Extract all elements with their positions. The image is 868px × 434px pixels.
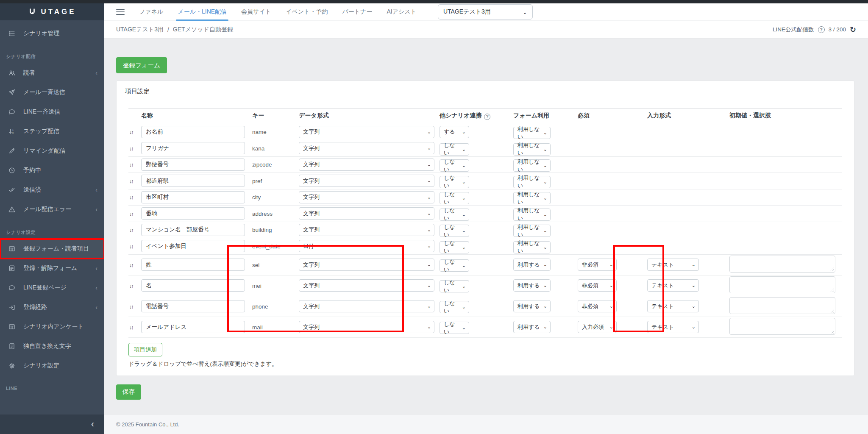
form-use-select[interactable]: 利用しない⌄: [513, 159, 551, 172]
sidebar-item[interactable]: 読者‹: [0, 63, 104, 83]
scenario-link-select[interactable]: しない⌄: [440, 259, 469, 272]
form-use-select[interactable]: 利用しない⌄: [513, 225, 551, 237]
resize-grip-icon[interactable]: [830, 267, 834, 271]
drag-handle-icon[interactable]: ↓↑: [128, 325, 133, 331]
top-nav-link[interactable]: メール・LINE配信: [178, 8, 227, 16]
form-use-select[interactable]: 利用しない⌄: [513, 127, 551, 139]
input-format-select[interactable]: テキスト⌄: [647, 259, 699, 271]
sidebar-item[interactable]: リマインダ配信: [0, 141, 104, 161]
data-format-select[interactable]: 文字列⌄: [299, 321, 434, 333]
form-use-select[interactable]: 利用する⌄: [513, 259, 551, 271]
input-format-select[interactable]: テキスト⌄: [647, 279, 699, 292]
sidebar-item[interactable]: 独自置き換え文字: [0, 337, 104, 356]
breadcrumb-item[interactable]: UTAGEテスト3用: [116, 26, 164, 33]
item-name-input[interactable]: [141, 279, 245, 292]
scenario-link-select[interactable]: しない⌄: [440, 209, 469, 221]
drag-handle-icon[interactable]: ↓↑: [128, 304, 133, 310]
item-name-input[interactable]: [141, 175, 245, 187]
sidebar-item[interactable]: メール配信エラー‹: [0, 200, 104, 219]
required-select[interactable]: 非必須⌄: [578, 279, 617, 292]
drag-handle-icon[interactable]: ↓↑: [128, 244, 133, 250]
sidebar-item[interactable]: 登録フォーム・読者項目: [0, 239, 104, 259]
item-name-input[interactable]: [141, 191, 245, 203]
top-nav-link[interactable]: イベント・予約: [286, 8, 328, 16]
default-value-textarea[interactable]: [729, 297, 835, 314]
form-use-select[interactable]: 利用しない⌄: [513, 176, 551, 188]
help-icon[interactable]: ?: [818, 26, 825, 33]
drag-handle-icon[interactable]: ↓↑: [128, 162, 133, 168]
scenario-link-select[interactable]: しない⌄: [440, 225, 469, 237]
help-icon[interactable]: ?: [484, 114, 490, 120]
form-use-select[interactable]: 利用しない⌄: [513, 241, 551, 253]
sidebar-item[interactable]: 19ステップ配信: [0, 122, 104, 141]
top-nav-link[interactable]: 会員サイト: [241, 8, 271, 16]
sidebar-item[interactable]: シナリオ管理: [0, 24, 104, 43]
sidebar-collapse-button[interactable]: ‹: [0, 415, 104, 434]
add-item-button[interactable]: 項目追加: [128, 343, 162, 356]
input-format-select[interactable]: テキスト⌄: [647, 300, 699, 312]
scenario-link-select[interactable]: しない⌄: [440, 241, 469, 253]
sidebar-item[interactable]: 登録経路‹: [0, 298, 104, 317]
data-format-select[interactable]: 文字列⌄: [299, 207, 434, 220]
scenario-link-select[interactable]: しない⌄: [440, 143, 469, 156]
top-nav-link[interactable]: ファネル: [139, 8, 163, 16]
resize-grip-icon[interactable]: [830, 309, 834, 313]
sidebar-item[interactable]: シナリオ設定: [0, 356, 104, 376]
scenario-link-select[interactable]: しない⌄: [440, 176, 469, 188]
sidebar-item[interactable]: シナリオ内アンケート: [0, 317, 104, 337]
register-form-button[interactable]: 登録フォーム: [116, 57, 167, 73]
data-format-select[interactable]: 文字列⌄: [299, 300, 434, 312]
drag-handle-icon[interactable]: ↓↑: [128, 178, 133, 184]
item-name-input[interactable]: [141, 224, 245, 236]
sidebar-item[interactable]: 送信済‹: [0, 180, 104, 200]
form-use-select[interactable]: 利用しない⌄: [513, 143, 551, 156]
top-nav-link[interactable]: AIアシスト: [387, 8, 417, 16]
drag-handle-icon[interactable]: ↓↑: [128, 195, 133, 200]
sidebar-item[interactable]: 登録・解除フォーム‹: [0, 259, 104, 278]
data-format-select[interactable]: 文字列⌄: [299, 279, 434, 292]
sidebar-item[interactable]: LINE登録ページ‹: [0, 278, 104, 298]
default-value-textarea[interactable]: [729, 256, 835, 273]
item-name-input[interactable]: [141, 259, 245, 271]
default-value-textarea[interactable]: [729, 276, 835, 293]
app-logo[interactable]: UTAGE: [0, 3, 104, 20]
form-use-select[interactable]: 利用する⌄: [513, 300, 551, 312]
hamburger-menu-icon[interactable]: [116, 9, 125, 15]
item-name-input[interactable]: [141, 207, 245, 220]
data-format-select[interactable]: 日付⌄: [299, 240, 434, 252]
scenario-link-select[interactable]: しない⌄: [440, 280, 469, 292]
form-use-select[interactable]: 利用しない⌄: [513, 192, 551, 204]
drag-handle-icon[interactable]: ↓↑: [128, 283, 133, 289]
item-name-input[interactable]: [141, 142, 245, 154]
form-use-select[interactable]: 利用しない⌄: [513, 209, 551, 221]
form-use-select[interactable]: 利用する⌄: [513, 321, 551, 333]
item-name-input[interactable]: [141, 321, 245, 333]
required-select[interactable]: 入力必須⌄: [578, 321, 617, 333]
scenario-link-select[interactable]: しない⌄: [440, 159, 469, 172]
item-name-input[interactable]: [141, 240, 245, 252]
input-format-select[interactable]: テキスト⌄: [647, 321, 699, 333]
sidebar-item[interactable]: 予約中: [0, 161, 104, 180]
scenario-link-select[interactable]: しない⌄: [440, 301, 469, 313]
data-format-select[interactable]: 文字列⌄: [299, 224, 434, 236]
drag-handle-icon[interactable]: ↓↑: [128, 262, 133, 268]
account-select[interactable]: UTAGEテスト3用 ⌄: [438, 4, 533, 19]
item-name-input[interactable]: [141, 300, 245, 312]
data-format-select[interactable]: 文字列⌄: [299, 159, 434, 171]
drag-handle-icon[interactable]: ↓↑: [128, 211, 133, 217]
data-format-select[interactable]: 文字列⌄: [299, 259, 434, 271]
save-button[interactable]: 保存: [116, 384, 141, 400]
scenario-link-select[interactable]: しない⌄: [440, 192, 469, 204]
data-format-select[interactable]: 文字列⌄: [299, 191, 434, 203]
resize-grip-icon[interactable]: [830, 330, 834, 334]
form-use-select[interactable]: 利用する⌄: [513, 279, 551, 292]
sidebar-item[interactable]: メール一斉送信: [0, 83, 104, 102]
required-select[interactable]: 非必須⌄: [578, 259, 617, 271]
item-name-input[interactable]: [141, 126, 245, 138]
data-format-select[interactable]: 文字列⌄: [299, 126, 434, 138]
data-format-select[interactable]: 文字列⌄: [299, 175, 434, 187]
drag-handle-icon[interactable]: ↓↑: [128, 146, 133, 152]
sidebar-item[interactable]: LINE一斉送信: [0, 102, 104, 122]
refresh-icon[interactable]: ↻: [850, 26, 856, 33]
default-value-textarea[interactable]: [729, 318, 835, 335]
